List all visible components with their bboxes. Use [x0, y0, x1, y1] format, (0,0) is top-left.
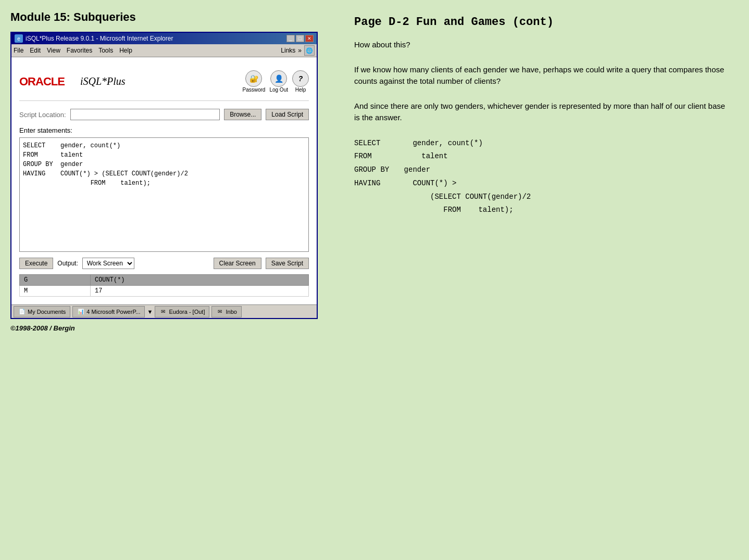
taskbar-my-documents[interactable]: 📄 My Documents: [14, 306, 70, 317]
taskbar-dropdown-arrow[interactable]: ▼: [147, 309, 153, 315]
script-location-label: Script Location:: [19, 111, 66, 119]
code-rest-from: talent: [400, 150, 541, 163]
taskbar-inbox-label: Inbo: [226, 309, 236, 315]
bottom-toolbar: Execute Output: Work Screen File Printer…: [19, 258, 309, 269]
cell-count: 17: [90, 286, 308, 297]
left-heading: Module 15: Subqueries: [10, 10, 333, 24]
enter-statements-label: Enter statements:: [19, 126, 309, 134]
code-row-groupby: GROUP BY gender: [354, 163, 541, 177]
ie-titlebar: e iSQL*Plus Release 9.0.1 - Microsoft In…: [11, 33, 317, 44]
my-documents-icon: 📄: [18, 308, 26, 315]
isql-title: iSQL*Plus: [80, 75, 126, 87]
script-location-row: Script Location: Browse... Load Script: [19, 109, 309, 120]
code-keyword-empty1: [354, 190, 400, 204]
nav-password[interactable]: 🔐 Password: [243, 70, 266, 93]
eudora-icon: ✉: [159, 308, 167, 315]
taskbar-eudora-label: Eudora - [Out]: [169, 309, 205, 315]
col-header-g: G: [20, 275, 91, 286]
close-button[interactable]: ✕: [305, 35, 314, 42]
menu-view[interactable]: View: [47, 47, 60, 54]
code-keyword-groupby: GROUP BY: [354, 163, 400, 177]
menu-tools[interactable]: Tools: [98, 47, 113, 54]
code-rest-having: COUNT(*) >: [400, 177, 541, 190]
clear-screen-button[interactable]: Clear Screen: [214, 258, 261, 269]
code-keyword-from: FROM: [354, 150, 400, 163]
sql-textarea[interactable]: SELECT gender, count(*) FROM talent GROU…: [19, 137, 309, 252]
ie-content: ORACLE iSQL*Plus 🔐 Password 👤 Log Out: [11, 57, 317, 304]
logout-icon: 👤: [270, 70, 287, 87]
nav-help[interactable]: ? Help: [292, 70, 309, 93]
paragraph-2: If we know how many clients of each gend…: [354, 64, 728, 87]
taskbar-eudora[interactable]: ✉ Eudora - [Out]: [155, 306, 209, 317]
powerpoint-icon: 📊: [77, 308, 84, 315]
links-label: Links: [281, 47, 295, 54]
menu-favorites[interactable]: Favorites: [67, 47, 92, 54]
browse-button[interactable]: Browse...: [224, 109, 261, 120]
code-table: SELECT gender, count(*) FROM talent GROU…: [354, 137, 541, 218]
taskbar-powerpoint-label: 4 Microsoft PowerP...: [86, 309, 140, 315]
output-label: Output:: [57, 260, 78, 267]
minimize-button[interactable]: _: [286, 35, 295, 42]
ie-window: e iSQL*Plus Release 9.0.1 - Microsoft In…: [10, 32, 318, 319]
save-script-button[interactable]: Save Script: [266, 258, 309, 269]
help-label: Help: [295, 87, 306, 93]
paragraph-3: And since there are only two genders, wh…: [354, 100, 728, 124]
code-block: SELECT gender, count(*) FROM talent GROU…: [354, 137, 728, 218]
code-keyword-select: SELECT: [354, 137, 400, 150]
maximize-button[interactable]: □: [296, 35, 304, 42]
cell-g: M: [20, 286, 91, 297]
code-rest-groupby: gender: [400, 163, 541, 177]
inbox-icon: ✉: [216, 308, 223, 315]
menu-file[interactable]: File: [14, 47, 23, 54]
oracle-logo: ORACLE: [19, 75, 65, 88]
code-row-from: FROM talent: [354, 150, 541, 163]
load-script-button[interactable]: Load Script: [266, 109, 309, 120]
right-panel: Page D-2 Fun and Games (cont) How about …: [344, 10, 739, 550]
code-row-select: SELECT gender, count(*): [354, 137, 541, 150]
ie-nav-icon[interactable]: 🌐: [304, 45, 315, 56]
code-rest-subquery2: FROM talent);: [400, 203, 541, 217]
code-rest-select: gender, count(*): [400, 137, 541, 150]
ie-links: Links » 🌐: [281, 45, 315, 56]
code-row-subquery1: (SELECT COUNT(gender)/2: [354, 190, 541, 204]
logout-label: Log Out: [269, 87, 288, 93]
execute-button[interactable]: Execute: [19, 258, 53, 269]
isql-nav: 🔐 Password 👤 Log Out ? Help: [243, 70, 309, 93]
footer-copyright: ©1998-2008 / Bergin: [10, 324, 333, 332]
ie-window-controls[interactable]: _ □ ✕: [286, 35, 314, 42]
code-keyword-empty2: [354, 203, 400, 217]
code-row-subquery2: FROM talent);: [354, 203, 541, 217]
code-row-having: HAVING COUNT(*) >: [354, 177, 541, 190]
help-icon: ?: [292, 70, 309, 87]
ie-menubar: File Edit View Favorites Tools Help Link…: [11, 44, 317, 57]
password-label: Password: [243, 87, 266, 93]
col-header-count: COUNT(*): [90, 275, 308, 286]
password-icon: 🔐: [245, 70, 262, 87]
paragraph-1: How about this?: [354, 39, 728, 51]
results-table: G COUNT(*) M 17: [19, 274, 309, 297]
ie-window-icon: e: [15, 34, 23, 43]
isql-header: ORACLE iSQL*Plus 🔐 Password 👤 Log Out: [19, 65, 309, 101]
output-select[interactable]: Work Screen File Printer: [82, 258, 134, 269]
right-heading: Page D-2 Fun and Games (cont): [354, 16, 728, 29]
taskbar-powerpoint[interactable]: 📊 4 Microsoft PowerP...: [72, 306, 145, 317]
code-rest-subquery1: (SELECT COUNT(gender)/2: [400, 190, 541, 204]
code-keyword-having: HAVING: [354, 177, 400, 190]
script-location-input[interactable]: [70, 109, 220, 120]
table-row: M 17: [20, 286, 309, 297]
nav-logout[interactable]: 👤 Log Out: [269, 70, 288, 93]
ie-window-title: iSQL*Plus Release 9.0.1 - Microsoft Inte…: [26, 35, 173, 42]
menu-edit[interactable]: Edit: [30, 47, 41, 54]
taskbar-my-documents-label: My Documents: [28, 309, 66, 315]
taskbar-inbox[interactable]: ✉ Inbo: [211, 306, 241, 317]
menu-help[interactable]: Help: [119, 47, 132, 54]
links-chevron: »: [298, 47, 302, 54]
